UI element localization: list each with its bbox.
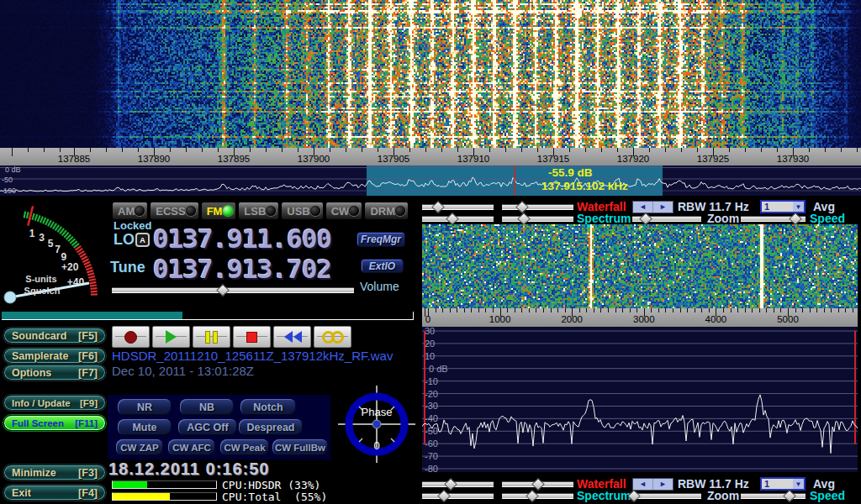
- freqmgr-button[interactable]: FreqMgr: [357, 232, 405, 247]
- arrow-left-icon[interactable]: ◄: [633, 202, 653, 213]
- arrow-left-icon[interactable]: ◄: [633, 479, 653, 490]
- play-button[interactable]: [152, 326, 190, 348]
- audio-spectrum-display[interactable]: 3020100 dB-10-20-30-40-50-60-70-80: [422, 327, 858, 472]
- main-waterfall-display[interactable]: [0, 0, 861, 148]
- audio-frequency-ruler[interactable]: 010002000300040005000: [422, 308, 858, 327]
- slider-thumb[interactable]: [444, 478, 457, 491]
- ruler-label: 2000: [561, 314, 583, 324]
- waterfall-brightness-slider[interactable]: [502, 479, 573, 488]
- minimize-button[interactable]: Minimize [F3]: [3, 465, 106, 480]
- cursor-freq-readout: 137.915.102 kHz: [541, 180, 628, 192]
- spectrum-contrast-slider[interactable]: [422, 491, 494, 500]
- options-button[interactable]: Options [F7]: [3, 365, 106, 381]
- led-icon: [135, 206, 145, 216]
- arrow-right-icon[interactable]: ►: [653, 202, 673, 213]
- slider-thumb[interactable]: [515, 201, 529, 214]
- band-arrows-spinner[interactable]: ◄►: [632, 478, 673, 491]
- spectrum-contrast-slider[interactable]: [422, 213, 494, 223]
- nb-button[interactable]: NB: [180, 399, 234, 415]
- arrow-right-icon[interactable]: ►: [653, 479, 673, 490]
- volume-slider[interactable]: [112, 285, 354, 294]
- ruler-label: 137905: [378, 154, 409, 164]
- slider-thumb[interactable]: [783, 490, 796, 503]
- loop-button[interactable]: [314, 326, 351, 348]
- ruler-label: 137930: [777, 154, 809, 164]
- nr-button[interactable]: NR: [118, 399, 172, 415]
- frequency-ruler[interactable]: 1378851378901378951379001379051379101379…: [0, 148, 861, 165]
- mode-ecss-button[interactable]: ECSS: [150, 202, 198, 220]
- speed-slider[interactable]: [741, 213, 806, 223]
- slider-thumb[interactable]: [431, 201, 445, 214]
- lo-frequency-value[interactable]: 0137.911.600: [153, 223, 331, 254]
- chevron-down-icon[interactable]: ▼: [793, 202, 804, 212]
- speed-slider[interactable]: [741, 491, 806, 500]
- ruler-label: 137925: [697, 154, 729, 164]
- mode-fm-button[interactable]: FM: [201, 202, 237, 220]
- s-meter: 13579+20+40S-unitsSquelch: [2, 202, 108, 312]
- mode-usb-button[interactable]: USB: [281, 202, 323, 220]
- button-key: [F4]: [78, 487, 98, 499]
- cw-afc-button[interactable]: CW AFC: [168, 439, 215, 455]
- rewind-icon: [283, 331, 302, 343]
- led-icon: [266, 206, 276, 216]
- button-key: [F9]: [80, 398, 98, 408]
- slider-thumb[interactable]: [640, 213, 653, 226]
- waterfall-contrast-slider[interactable]: [422, 202, 494, 211]
- info-update-button[interactable]: Info / Update [F9]: [3, 395, 106, 411]
- slider-thumb[interactable]: [531, 478, 545, 491]
- avg-select[interactable]: 1 ▼: [760, 477, 806, 491]
- smeter-scale-label: 7: [55, 244, 61, 255]
- agc-off-button[interactable]: AGC Off: [178, 419, 237, 435]
- zoom-slider[interactable]: [632, 213, 701, 223]
- soundcard-button[interactable]: Soundcard [F5]: [3, 328, 106, 344]
- spectrum-label: Spectrum: [577, 489, 631, 502]
- cw-fullbw-button[interactable]: CW FullBw: [272, 439, 328, 455]
- spectrum-brightness-slider[interactable]: [502, 491, 573, 500]
- avg-select[interactable]: 1 ▼: [760, 200, 806, 213]
- spectrum-brightness-slider[interactable]: [502, 213, 573, 223]
- main-spectrum-display[interactable]: 0 dB -50 -100 -55.9 dB 137.915.102 kHz: [0, 165, 861, 196]
- ruler-label: 137885: [58, 154, 90, 164]
- locked-label: Locked: [114, 219, 152, 232]
- record-icon: [124, 331, 137, 344]
- slider-thumb[interactable]: [517, 213, 531, 226]
- smeter-caption: Squelch: [24, 286, 61, 296]
- mode-am-button[interactable]: AM: [112, 202, 148, 220]
- audio-waterfall-display[interactable]: [422, 224, 858, 308]
- despread-button[interactable]: Despread: [239, 419, 303, 435]
- mode-drm-button[interactable]: DRM: [364, 202, 409, 220]
- pause-button[interactable]: [193, 326, 230, 348]
- playback-progress-bar[interactable]: [2, 312, 414, 320]
- slider-thumb[interactable]: [437, 490, 451, 503]
- mode-cw-button[interactable]: CW: [325, 202, 363, 220]
- slider-thumb[interactable]: [446, 213, 459, 226]
- notch-button[interactable]: Notch: [240, 399, 296, 415]
- exit-button[interactable]: Exit [F4]: [3, 485, 106, 501]
- chevron-down-icon[interactable]: ▼: [793, 479, 804, 489]
- button-label: Info / Update: [12, 398, 71, 408]
- mode-label: AM: [118, 205, 135, 218]
- slider-thumb[interactable]: [526, 490, 539, 503]
- lo-auto-badge[interactable]: A: [135, 233, 150, 247]
- zoom-slider[interactable]: [632, 491, 701, 500]
- mode-lsb-button[interactable]: LSB: [238, 202, 279, 220]
- record-button[interactable]: [112, 326, 150, 348]
- slider-thumb[interactable]: [790, 213, 803, 226]
- led-icon: [310, 206, 320, 216]
- button-label: Minimize: [12, 467, 56, 479]
- full-screen-button[interactable]: Full Screen [F11]: [3, 415, 106, 431]
- extio-button[interactable]: ExtIO: [361, 259, 404, 273]
- recording-filename: HDSDR_20111210_125611Z_137912kHz_RF.wav: [112, 349, 393, 363]
- mute-button[interactable]: Mute: [118, 419, 172, 435]
- waterfall-brightness-slider[interactable]: [502, 202, 573, 211]
- tune-frequency-value[interactable]: 0137.913.702: [153, 254, 331, 284]
- rewind-button[interactable]: [273, 326, 311, 348]
- cw-peak-button[interactable]: CW Peak: [220, 439, 269, 455]
- samplerate-button[interactable]: Samplerate [F6]: [3, 348, 106, 364]
- cw-zap-button[interactable]: CW ZAP: [116, 439, 163, 455]
- waterfall-contrast-slider[interactable]: [422, 479, 494, 488]
- audio-db-label: -80: [425, 464, 438, 472]
- slider-thumb[interactable]: [217, 284, 230, 297]
- stop-button[interactable]: [233, 326, 271, 348]
- band-arrows-spinner[interactable]: ◄►: [632, 201, 673, 213]
